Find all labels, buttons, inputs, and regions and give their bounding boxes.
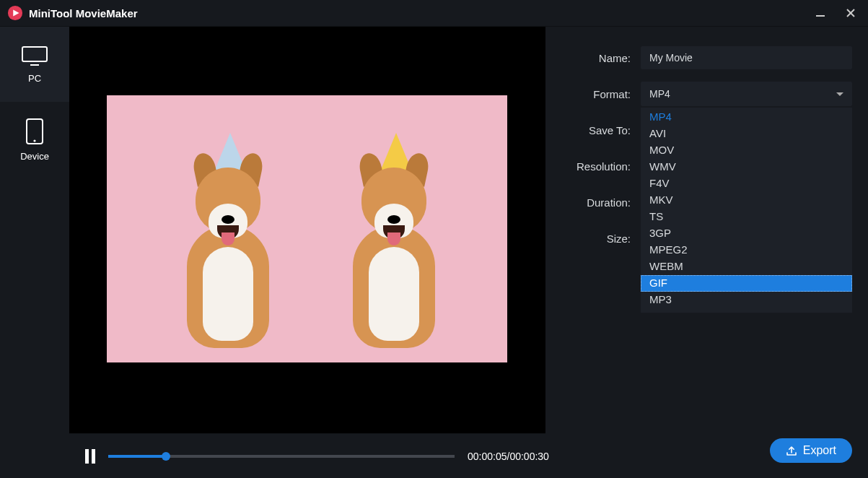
preview-frame [107,95,507,362]
window-minimize-button[interactable] [815,7,826,19]
chevron-down-icon [836,92,843,96]
format-option[interactable]: WEBM [641,258,852,275]
sidebar: PC Device [0,27,69,478]
export-button[interactable]: Export [770,438,852,463]
svg-point-8 [33,139,35,142]
svg-rect-6 [30,64,39,66]
format-option[interactable]: AVI [641,126,852,142]
window-close-button[interactable] [845,7,856,19]
pause-button[interactable] [85,449,95,464]
app-logo-icon [7,5,23,21]
transport-bar: 00:00:05/00:00:30 [69,433,545,478]
sidebar-item-pc[interactable]: PC [0,27,69,102]
video-preview [69,27,545,433]
title-bar: MiniTool MovieMaker [0,0,868,27]
tablet-icon [24,118,45,145]
format-label: Format: [561,88,631,100]
svg-rect-5 [22,47,47,61]
sidebar-item-device[interactable]: Device [0,102,69,177]
timecode: 00:00:05/00:00:30 [468,451,549,462]
saveto-label: Save To: [561,124,631,136]
duration-label: Duration: [561,196,631,209]
format-dropdown[interactable]: MP4AVIMOVWMVF4VMKVTS3GPMPEG2WEBMGIFMP3 [641,108,852,313]
monitor-icon [21,45,48,67]
sidebar-item-label: Device [20,151,49,162]
export-button-label: Export [803,444,836,457]
format-option[interactable]: MP4 [641,109,852,126]
export-panel: Name: Format: MP4 Save To: Resolution: D… [545,27,868,478]
format-option[interactable]: F4V [641,175,852,192]
format-option[interactable]: 3GP [641,225,852,242]
app-title: MiniTool MovieMaker [29,7,138,19]
format-select-value: MP4 [649,88,670,100]
sidebar-item-label: PC [28,73,41,84]
format-option[interactable]: MOV [641,142,852,159]
format-option[interactable]: WMV [641,159,852,175]
svg-rect-2 [816,15,825,17]
format-option[interactable]: TS [641,209,852,225]
name-label: Name: [561,52,631,64]
upload-icon [786,445,797,456]
seek-slider[interactable] [108,455,455,458]
name-input[interactable] [641,46,852,69]
format-option[interactable]: MP3 [641,292,852,308]
size-label: Size: [561,233,631,245]
format-option[interactable]: GIF [641,275,852,292]
resolution-label: Resolution: [561,160,631,173]
format-option[interactable]: MKV [641,192,852,209]
format-option[interactable]: MPEG2 [641,242,852,258]
format-select[interactable]: MP4 [641,82,852,106]
